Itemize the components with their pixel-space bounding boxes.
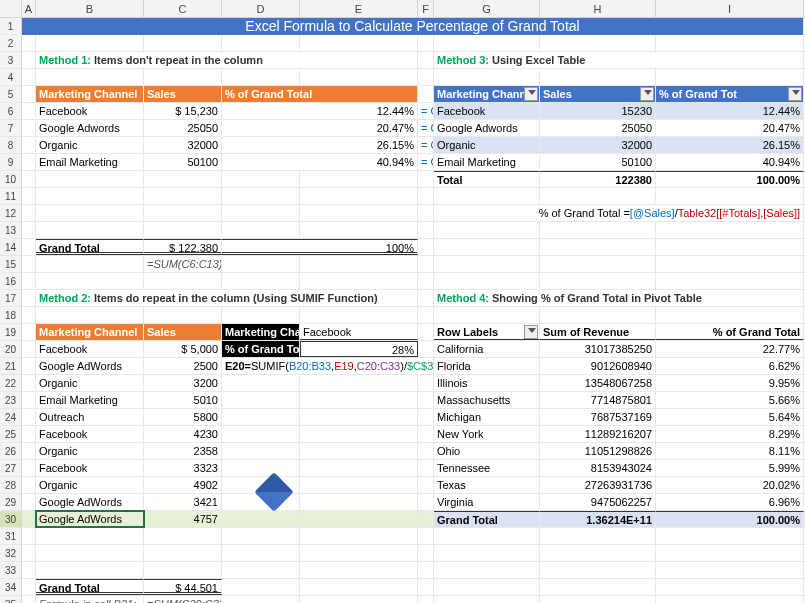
cell[interactable] — [434, 35, 540, 51]
m3-formula-note[interactable]: % of Grand Total =[@Sales]/Table32[[#Tot… — [434, 205, 804, 221]
cell[interactable] — [22, 290, 36, 306]
row-header[interactable]: 5 — [0, 86, 22, 102]
m2-sales[interactable]: 4902 — [144, 477, 222, 493]
row-header[interactable]: 12 — [0, 205, 22, 221]
cell[interactable] — [540, 222, 656, 238]
m3-sales[interactable]: 32000 — [540, 137, 656, 153]
pivot-pct[interactable]: 5.99% — [656, 460, 804, 476]
m3-header-pct[interactable]: % of Grand Tot — [656, 86, 804, 102]
m3-pct[interactable]: 12.44% — [656, 103, 804, 119]
pivot-sum[interactable]: 27263931736 — [540, 477, 656, 493]
cell[interactable] — [656, 579, 804, 595]
cell[interactable] — [222, 443, 300, 459]
cell[interactable] — [300, 477, 418, 493]
m1-sales[interactable]: 50100 — [144, 154, 222, 170]
m1-channel[interactable]: Email Marketing — [36, 154, 144, 170]
method4-heading[interactable]: Method 4: Showing % of Grand Total in Pi… — [434, 290, 804, 306]
pivot-pct[interactable]: 6.62% — [656, 358, 804, 374]
cell[interactable] — [434, 562, 540, 578]
pivot-total-label[interactable]: Grand Total — [434, 511, 540, 527]
method3-heading[interactable]: Method 3: Using Excel Table — [434, 52, 804, 68]
cell[interactable] — [300, 35, 418, 51]
m2-formula-note[interactable]: Formula in cell B21: — [36, 596, 144, 603]
pivot-sum[interactable]: 7687537169 — [540, 409, 656, 425]
cell[interactable] — [22, 528, 36, 544]
row-header[interactable]: 2 — [0, 35, 22, 51]
cell[interactable] — [434, 596, 540, 603]
m1-sales[interactable]: $ 15,230 — [144, 103, 222, 119]
cell[interactable] — [222, 426, 300, 442]
row-header[interactable]: 24 — [0, 409, 22, 425]
cell[interactable] — [36, 69, 144, 85]
cell[interactable] — [36, 205, 144, 221]
cell[interactable] — [22, 52, 36, 68]
cell[interactable] — [222, 511, 300, 527]
m3-channel[interactable]: Email Marketing — [434, 154, 540, 170]
m2-channel[interactable]: Organic — [36, 375, 144, 391]
row-header[interactable]: 14 — [0, 239, 22, 255]
cell[interactable] — [656, 222, 804, 238]
row-header[interactable]: 1 — [0, 18, 22, 34]
m3-total-label[interactable]: Total — [434, 171, 540, 187]
cell[interactable] — [22, 154, 36, 170]
cell[interactable] — [22, 358, 36, 374]
pivot-row[interactable]: Massachusetts — [434, 392, 540, 408]
row-header[interactable]: 23 — [0, 392, 22, 408]
m1-sum-formula[interactable]: =SUM(C6:C13) — [144, 256, 222, 272]
row-header[interactable]: 13 — [0, 222, 22, 238]
row-header[interactable]: 6 — [0, 103, 22, 119]
cell[interactable] — [22, 137, 36, 153]
pivot-sum[interactable]: 13548067258 — [540, 375, 656, 391]
cell[interactable] — [144, 528, 222, 544]
cell[interactable] — [22, 256, 36, 272]
cell[interactable] — [144, 69, 222, 85]
m1-pct[interactable]: 12.44% — [222, 103, 418, 119]
cell[interactable] — [300, 596, 418, 603]
pivot-sum[interactable]: 11289216207 — [540, 426, 656, 442]
m1-pct[interactable]: 40.94% — [222, 154, 418, 170]
cell[interactable] — [300, 511, 418, 527]
cell[interactable] — [222, 188, 300, 204]
row-header[interactable]: 25 — [0, 426, 22, 442]
row-header[interactable]: 35 — [0, 596, 22, 603]
cell[interactable] — [418, 477, 434, 493]
sumif-formula[interactable]: E20=SUMIF(B20:B33,E19,C20:C33)/$C$34 — [222, 358, 434, 374]
m2-sales[interactable]: $ 5,000 — [144, 341, 222, 357]
filter-dropdown-icon[interactable] — [524, 87, 538, 101]
m1-sales[interactable]: 25050 — [144, 120, 222, 136]
m2-channel[interactable]: Organic — [36, 477, 144, 493]
row-header[interactable]: 22 — [0, 375, 22, 391]
m1-header-sales[interactable]: Sales — [144, 86, 222, 102]
cell[interactable] — [418, 35, 434, 51]
m3-channel[interactable]: Google Adwords — [434, 120, 540, 136]
cell[interactable] — [434, 222, 540, 238]
method1-heading[interactable]: Method 1: Items don't repeat in the colu… — [36, 52, 418, 68]
cell[interactable] — [144, 307, 222, 323]
m1-channel[interactable]: Google Adwords — [36, 120, 144, 136]
m3-total-pct[interactable]: 100.00% — [656, 171, 804, 187]
cell[interactable] — [22, 86, 36, 102]
pivot-sum[interactable]: 9012608940 — [540, 358, 656, 374]
cell[interactable] — [144, 562, 222, 578]
pivot-pct[interactable]: 5.66% — [656, 392, 804, 408]
row-header[interactable]: 28 — [0, 477, 22, 493]
cell[interactable] — [434, 528, 540, 544]
m1-grand-total-val[interactable]: $ 122,380 — [144, 239, 222, 255]
cell[interactable] — [222, 375, 300, 391]
col-header[interactable]: A — [22, 0, 36, 17]
m2-sales[interactable]: 5010 — [144, 392, 222, 408]
cell[interactable] — [300, 171, 418, 187]
cell[interactable] — [656, 528, 804, 544]
cell[interactable] — [418, 392, 434, 408]
cell[interactable] — [656, 562, 804, 578]
pivot-pct[interactable]: 5.64% — [656, 409, 804, 425]
filter-dropdown-icon[interactable] — [640, 87, 654, 101]
m2-channel[interactable]: Outreach — [36, 409, 144, 425]
cell[interactable] — [418, 52, 434, 68]
cell[interactable] — [222, 579, 300, 595]
cell[interactable] — [418, 307, 434, 323]
cell[interactable] — [418, 324, 434, 340]
cell[interactable] — [418, 205, 434, 221]
col-header[interactable]: D — [222, 0, 300, 17]
cell[interactable] — [300, 307, 418, 323]
